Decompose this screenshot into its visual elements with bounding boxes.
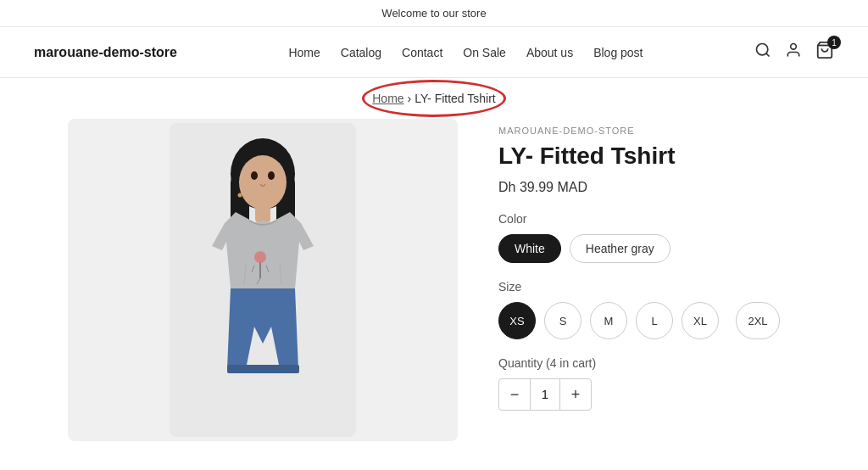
nav-on-sale[interactable]: On Sale (463, 46, 506, 59)
svg-point-11 (268, 171, 275, 180)
size-label: Size (498, 280, 800, 294)
nav-blog-post[interactable]: Blog post (593, 46, 643, 59)
search-icon (754, 42, 771, 59)
svg-rect-17 (227, 365, 299, 373)
svg-point-13 (254, 251, 266, 263)
size-m-button[interactable]: M (590, 302, 627, 339)
header: marouane-demo-store Home Catalog Contact… (0, 27, 868, 78)
size-2xl-button[interactable]: 2XL (736, 302, 780, 339)
nav-catalog[interactable]: Catalog (341, 46, 381, 59)
logo: marouane-demo-store (34, 45, 177, 60)
product-store-name: MAROUANE-DEMO-STORE (498, 126, 800, 136)
breadcrumb-section: Home › LY- Fitted Tshirt (0, 78, 868, 119)
size-s-button[interactable]: S (544, 302, 581, 339)
quantity-value: 1 (530, 379, 560, 410)
size-xl-button[interactable]: XL (682, 302, 719, 339)
account-button[interactable] (785, 42, 802, 63)
banner-text: Welcome to our store (381, 7, 486, 20)
quantity-increase-button[interactable]: + (560, 379, 591, 410)
svg-point-2 (791, 44, 797, 50)
product-image-container (68, 119, 458, 441)
main-content: MAROUANE-DEMO-STORE LY- Fitted Tshirt Dh… (0, 119, 868, 470)
nav-about-us[interactable]: About us (526, 46, 573, 59)
search-button[interactable] (754, 42, 771, 63)
color-options: White Heather gray (498, 234, 800, 263)
svg-line-1 (766, 53, 770, 57)
quantity-label: Quantity (4 in cart) (498, 356, 800, 370)
svg-point-18 (238, 193, 242, 198)
nav-contact[interactable]: Contact (402, 46, 442, 59)
svg-point-9 (239, 155, 287, 210)
color-heather-gray-button[interactable]: Heather gray (570, 234, 670, 263)
main-nav: Home Catalog Contact On Sale About us Bl… (288, 46, 643, 59)
svg-point-0 (757, 44, 768, 55)
top-banner: Welcome to our store (0, 0, 868, 27)
svg-point-10 (251, 171, 258, 180)
size-l-button[interactable]: L (636, 302, 673, 339)
cart-button[interactable]: 1 (815, 41, 834, 64)
cart-count: 1 (827, 36, 841, 49)
breadcrumb-home[interactable]: Home (372, 92, 403, 105)
size-xs-button[interactable]: XS (498, 302, 536, 339)
header-icons: 1 (754, 41, 834, 64)
color-white-button[interactable]: White (498, 234, 561, 263)
color-label: Color (498, 212, 800, 226)
breadcrumb-current: LY- Fitted Tshirt (415, 92, 495, 105)
quantity-decrease-button[interactable]: − (499, 379, 530, 410)
size-options: XS S M L XL 2XL (498, 302, 800, 339)
breadcrumb: Home › LY- Fitted Tshirt (372, 92, 495, 105)
breadcrumb-separator: › (408, 92, 412, 105)
product-title: LY- Fitted Tshirt (498, 143, 800, 170)
quantity-control: − 1 + (498, 378, 592, 411)
product-price: Dh 39.99 MAD (498, 180, 800, 195)
nav-home[interactable]: Home (288, 46, 320, 59)
breadcrumb-container: Home › LY- Fitted Tshirt (372, 92, 495, 105)
product-image (68, 119, 458, 441)
product-details: MAROUANE-DEMO-STORE LY- Fitted Tshirt Dh… (498, 119, 800, 411)
user-icon (785, 42, 802, 59)
product-image-svg (170, 123, 356, 437)
